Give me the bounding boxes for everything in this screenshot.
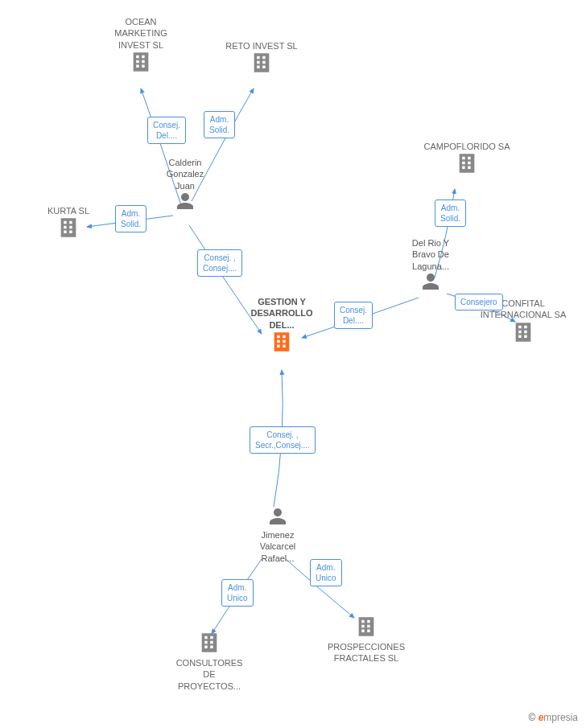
node-label-gestion: GESTION Y DESARROLLO DEL...	[233, 296, 330, 331]
building-icon	[355, 615, 378, 638]
brand-logo-rest: mpresia	[543, 712, 578, 723]
node-label-jimenez: Jimenez Valcarcel Rafael...	[246, 529, 310, 564]
node-reto[interactable]: RETO INVEST SL	[213, 40, 310, 77]
node-label-calderin: Calderin Gonzalez Juan	[157, 157, 213, 191]
edge-label-jimenez-prospecciones: Adm. Unico	[310, 559, 342, 586]
node-label-reto: RETO INVEST SL	[213, 40, 310, 51]
edge-label-jimenez-consultores: Adm. Unico	[221, 579, 254, 607]
building-icon	[512, 321, 534, 343]
node-label-delrio: Del Rio Y Bravo De Laguna...	[398, 237, 463, 272]
edge-label-delrio-gestion: Consej. Del....	[334, 302, 373, 329]
building-icon	[198, 631, 221, 654]
node-label-campoflorido: CAMPOFLORIDO SA	[411, 141, 523, 152]
node-label-kurta: KURTA SL	[36, 205, 101, 216]
node-campoflorido[interactable]: CAMPOFLORIDO SA	[411, 141, 523, 178]
building-icon	[250, 51, 273, 74]
node-kurta[interactable]: KURTA SL	[36, 205, 101, 242]
node-consultores[interactable]: CONSULTORES DE PROYECTOS...	[165, 631, 254, 692]
person-icon	[268, 507, 287, 526]
person-icon	[175, 191, 195, 211]
edge-label-calderin-kurta: Adm. Solid.	[115, 205, 146, 232]
copyright-symbol: ©	[528, 712, 535, 723]
building-icon	[130, 51, 152, 73]
building-icon	[456, 152, 478, 175]
edge-label-delrio-confital: Consejero	[455, 294, 503, 311]
node-gestion[interactable]: GESTION Y DESARROLLO DEL...	[233, 296, 330, 356]
edge-label-delrio-campoflorido: Adm. Solid.	[435, 199, 466, 227]
node-delrio[interactable]: Del Rio Y Bravo De Laguna...	[398, 237, 463, 294]
edges-layer	[0, 0, 586, 728]
building-icon	[270, 331, 293, 353]
edge-label-calderin-gestion: Consej. , Consej....	[197, 249, 242, 277]
node-prospecciones[interactable]: PROSPECCIONES FRACTALES SL	[314, 615, 419, 664]
node-ocean[interactable]: OCEAN MARKETING INVEST SL	[101, 16, 181, 76]
node-label-ocean: OCEAN MARKETING INVEST SL	[101, 16, 181, 51]
node-jimenez[interactable]: Jimenez Valcarcel Rafael...	[246, 507, 310, 564]
edge-label-calderin-reto: Adm. Solid.	[204, 111, 235, 138]
node-calderin[interactable]: Calderin Gonzalez Juan	[157, 157, 213, 214]
person-icon	[421, 272, 440, 291]
copyright: © empresia	[528, 712, 578, 723]
building-icon	[57, 216, 80, 239]
node-label-consultores: CONSULTORES DE PROYECTOS...	[165, 657, 254, 692]
node-label-prospecciones: PROSPECCIONES FRACTALES SL	[314, 641, 419, 664]
edge-label-calderin-ocean: Consej. Del....	[147, 117, 186, 144]
edge-label-jimenez-gestion: Consej. , Secr.,Consej....	[250, 426, 316, 454]
